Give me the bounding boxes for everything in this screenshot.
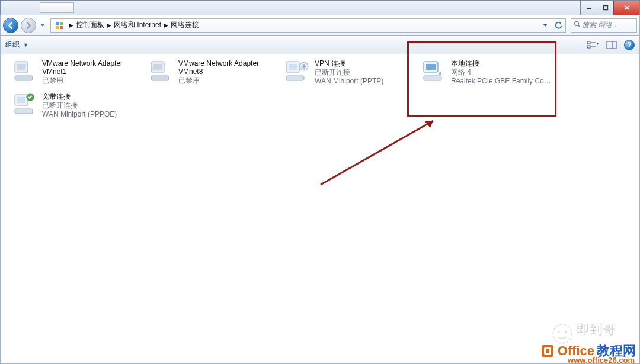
svg-rect-24	[286, 76, 304, 80]
svg-rect-14	[607, 41, 616, 49]
svg-rect-18	[15, 76, 33, 80]
nav-row: ▶ 控制面板 ▶ 网络和 Internet ▶ 网络连接 搜索 网络...	[0, 15, 640, 36]
organize-button[interactable]: 组织	[5, 40, 20, 50]
network-adapter-disabled-icon	[148, 58, 174, 84]
svg-rect-17	[17, 64, 25, 70]
breadcrumb-separator-icon: ▶	[107, 22, 111, 28]
connection-name-line2: VMnet8	[178, 67, 259, 76]
svg-rect-40	[546, 349, 549, 353]
connection-item-vmnet8[interactable]: VMware Network Adapter VMnet8 已禁用	[148, 58, 272, 85]
watermark-url: www.office26.com	[568, 356, 635, 364]
svg-line-9	[578, 25, 580, 27]
address-bar[interactable]: ▶ 控制面板 ▶ 网络和 Internet ▶ 网络连接	[50, 18, 566, 33]
breadcrumb-separator-icon: ▶	[69, 22, 73, 28]
content-area: VMware Network Adapter VMnet1 已禁用 VMware…	[0, 54, 640, 364]
svg-rect-5	[60, 22, 63, 25]
command-bar: 组织 ▼ ?	[0, 36, 640, 54]
connection-item-local[interactable]: 本地连接 网络 4 Realtek PCIe GBE Family Contr.…	[420, 58, 545, 85]
refresh-button[interactable]	[552, 20, 564, 31]
close-button[interactable]	[613, 1, 639, 15]
connection-status: 已断开连接	[42, 101, 117, 109]
svg-point-35	[553, 324, 572, 343]
svg-rect-20	[153, 64, 162, 70]
svg-marker-34	[424, 121, 433, 128]
nav-history-dropdown[interactable]	[39, 18, 47, 33]
connection-status: 已断开连接	[315, 68, 383, 76]
ethernet-connection-icon	[420, 58, 446, 84]
connection-item-broadband[interactable]: 宽带连接 已断开连接 WAN Miniport (PPPOE)	[11, 91, 136, 118]
connection-name: VMware Network Adapter	[178, 59, 259, 67]
search-icon	[574, 21, 581, 30]
breadcrumb-item[interactable]: 网络连接	[171, 20, 199, 30]
watermark-name: 即到哥	[577, 321, 616, 339]
nav-back-button[interactable]	[3, 18, 18, 33]
svg-rect-7	[60, 26, 63, 29]
svg-rect-4	[56, 22, 59, 25]
window-titlebar	[0, 0, 640, 15]
nav-forward-button[interactable]	[21, 18, 36, 33]
search-placeholder: 搜索 网络...	[582, 20, 634, 30]
svg-rect-10	[587, 41, 590, 44]
connection-name: 宽带连接	[42, 92, 117, 101]
help-button[interactable]: ?	[624, 40, 635, 50]
watermark-avatar	[551, 322, 574, 346]
connection-device: WAN Miniport (PPPOE)	[42, 110, 117, 118]
svg-rect-6	[56, 26, 59, 29]
minimize-button[interactable]	[580, 1, 597, 15]
svg-line-33	[321, 121, 433, 185]
connection-device: Realtek PCIe GBE Family Contr...	[451, 77, 552, 85]
svg-point-8	[575, 22, 579, 26]
address-dropdown-button[interactable]	[539, 20, 551, 31]
connection-item-vpn[interactable]: VPN 连接 已断开连接 WAN Miniport (PPTP)	[284, 58, 408, 85]
connection-name: 本地连接	[451, 59, 552, 67]
broadband-connection-icon	[11, 91, 37, 117]
svg-rect-31	[15, 109, 33, 114]
view-options-button[interactable]	[586, 38, 599, 51]
svg-point-36	[558, 331, 560, 333]
breadcrumb-item[interactable]: 网络和 Internet	[114, 20, 161, 30]
titlebar-thumbnail	[40, 2, 74, 13]
breadcrumb-separator-icon: ▶	[164, 22, 168, 28]
preview-pane-button[interactable]	[605, 38, 618, 51]
search-input[interactable]: 搜索 网络...	[571, 18, 637, 33]
control-panel-icon	[55, 21, 64, 30]
svg-rect-39	[544, 347, 551, 355]
maximize-button[interactable]	[597, 1, 613, 15]
vpn-connection-icon	[284, 58, 310, 84]
svg-rect-27	[426, 64, 436, 70]
svg-rect-21	[151, 76, 169, 80]
svg-rect-1	[603, 6, 607, 10]
connection-item-vmnet1[interactable]: VMware Network Adapter VMnet1 已禁用	[11, 58, 136, 85]
connection-name: VPN 连接	[315, 59, 383, 67]
svg-rect-30	[17, 97, 25, 103]
connection-name-line2: VMnet1	[42, 67, 123, 76]
connection-status: 已禁用	[42, 76, 123, 85]
window-buttons	[580, 1, 639, 15]
network-adapter-disabled-icon	[11, 58, 37, 84]
connection-device: WAN Miniport (PPTP)	[315, 77, 383, 85]
breadcrumb-item[interactable]: 控制面板	[76, 20, 104, 30]
svg-point-37	[565, 331, 567, 333]
svg-rect-23	[289, 64, 297, 70]
connection-status: 已禁用	[178, 76, 259, 85]
chevron-down-icon: ▼	[23, 42, 28, 48]
connection-status: 网络 4	[451, 68, 552, 76]
svg-rect-28	[424, 76, 441, 80]
annotation-arrow	[315, 114, 451, 191]
svg-rect-11	[587, 46, 590, 48]
svg-rect-38	[542, 345, 553, 357]
connection-name: VMware Network Adapter	[42, 59, 123, 67]
